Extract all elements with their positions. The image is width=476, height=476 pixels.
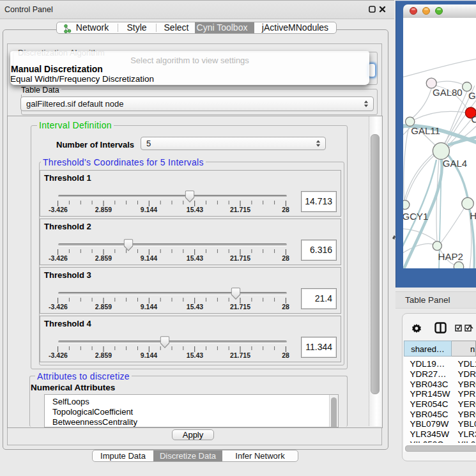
- svg-text:GAL80: GAL80: [433, 87, 463, 98]
- svg-text:CYC8: CYC8: [472, 114, 476, 125]
- svg-text:GAL3: GAL3: [468, 90, 476, 101]
- svg-text:HAP2: HAP2: [438, 251, 463, 262]
- svg-text:GAL4: GAL4: [443, 158, 467, 169]
- svg-text:HIS4: HIS4: [470, 210, 476, 221]
- svg-text:GCY1: GCY1: [403, 211, 428, 222]
- svg-text:GAL11: GAL11: [411, 125, 440, 136]
